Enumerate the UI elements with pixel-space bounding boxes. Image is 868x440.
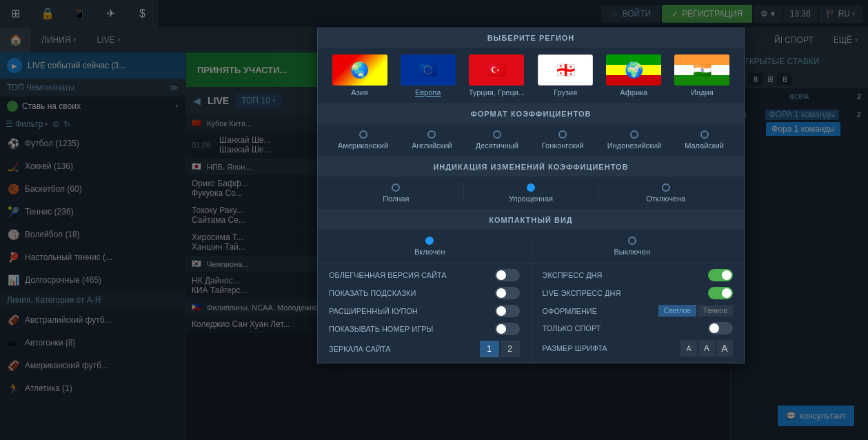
indicator-simple-label: Упрощенная — [509, 194, 553, 203]
compact-off-label: Выключен — [614, 248, 650, 256]
theme-label: ОФОРМЛЕНИЕ — [543, 307, 653, 315]
indicator-section: ИНДИКАЦИЯ ИЗМЕНЕНИЙ КОЭФФИЦИЕНТОВ Полная… — [318, 157, 744, 210]
compact-grid: Включен Выключен — [318, 230, 744, 263]
compact-on-label: Включен — [414, 248, 445, 256]
coef-title: ФОРМАТ КОЭФФИЦИЕНТОВ — [318, 104, 744, 123]
indicator-full-label: Полная — [383, 194, 409, 203]
indicator-off[interactable]: Отключена — [598, 183, 733, 203]
settings-right-col: ЭКСПРЕСС ДНЯ LIVE ЭКСПРЕСС ДНЯ ОФОРМЛЕНИ… — [532, 263, 745, 363]
africa-flag: 🌍 — [606, 54, 661, 86]
region-india[interactable]: 🇮🇳 Индия — [674, 54, 729, 97]
region-europe[interactable]: 🇪🇺 Европа — [401, 54, 456, 97]
georgia-label: Грузия — [554, 88, 577, 97]
turkey-flag: 🇹🇷 — [469, 54, 524, 86]
setting-mirrors: ЗЕРКАЛА САЙТА 1 2 — [329, 341, 520, 357]
hints-toggle[interactable] — [495, 287, 520, 299]
sport-only-toggle[interactable] — [708, 322, 733, 334]
europe-label: Европа — [415, 88, 441, 97]
coef-english-radio — [427, 130, 436, 139]
coef-section: ФОРМАТ КОЭФФИЦИЕНТОВ Американский Англий… — [318, 104, 744, 157]
express-toggle[interactable] — [708, 269, 733, 281]
express-label: ЭКСПРЕСС ДНЯ — [543, 271, 703, 279]
india-flag: 🇮🇳 — [674, 54, 729, 86]
coef-indonesian[interactable]: Индонезийский — [607, 130, 661, 150]
coef-indonesian-radio — [630, 130, 638, 139]
europe-flag: 🇪🇺 — [401, 54, 456, 86]
setting-lightweight: ОБЛЕГЧЕННАЯ ВЕРСИЯ САЙТА — [329, 269, 520, 281]
compact-section: КОМПАКТНЫЙ ВИД Включен Выключен — [318, 210, 744, 263]
font-size-label: РАЗМЕР ШРИФТА — [543, 344, 676, 352]
asia-label: Азия — [351, 88, 367, 97]
compact-off[interactable]: Выключен — [532, 237, 734, 256]
live-express-label: LIVE ЭКСПРЕСС ДНЯ — [543, 289, 703, 297]
region-africa[interactable]: 🌍 Африка — [606, 54, 661, 97]
indicator-off-radio — [662, 183, 670, 192]
settings-left-col: ОБЛЕГЧЕННАЯ ВЕРСИЯ САЙТА ПОКАЗАТЬ ПОДСКА… — [318, 263, 532, 363]
coupon-toggle[interactable] — [495, 305, 520, 317]
setting-express: ЭКСПРЕСС ДНЯ — [543, 269, 734, 281]
indicator-simple[interactable]: Упрощенная — [464, 183, 599, 203]
coef-malay-label: Малайский — [685, 141, 724, 150]
region-title: ВЫБЕРИТЕ РЕГИОН — [318, 28, 744, 48]
mirror-buttons: 1 2 — [480, 341, 520, 357]
region-georgia[interactable]: 🇬🇪 Грузия — [538, 54, 593, 97]
font-medium[interactable]: A — [698, 340, 715, 357]
turkey-label: Турция, Греци... — [469, 88, 525, 97]
coef-decimal-label: Десятичный — [476, 141, 518, 150]
theme-light[interactable]: Светлое — [658, 305, 696, 317]
coef-hongkong-label: Гонконгский — [542, 141, 584, 150]
coef-hongkong-radio — [558, 130, 567, 139]
setting-sport-only: ТОЛЬКО СПОРТ — [543, 322, 734, 334]
mirror-btn-1[interactable]: 1 — [480, 341, 499, 357]
font-large[interactable]: A — [716, 340, 733, 357]
region-grid: 🌏 Азия 🇪🇺 Европа 🇹🇷 Турция, Греци... 🇬🇪 … — [318, 48, 744, 103]
theme-buttons: Светлое Тёмное — [658, 305, 733, 317]
coef-american[interactable]: Американский — [338, 130, 388, 150]
compact-on-radio — [425, 237, 434, 245]
coef-decimal[interactable]: Десятичный — [476, 130, 518, 150]
setting-game-number: ПОКАЗЫВАТЬ НОМЕР ИГРЫ — [329, 323, 520, 335]
indicator-title: ИНДИКАЦИЯ ИЗМЕНЕНИЙ КОЭФФИЦИЕНТОВ — [318, 157, 744, 177]
coef-hongkong[interactable]: Гонконгский — [542, 130, 584, 150]
live-express-toggle[interactable] — [708, 287, 733, 299]
lightweight-toggle[interactable] — [495, 269, 520, 281]
coef-american-label: Американский — [338, 141, 388, 150]
game-number-label: ПОКАЗЫВАТЬ НОМЕР ИГРЫ — [329, 325, 489, 333]
india-label: Индия — [691, 88, 714, 97]
coupon-label: РАСШИРЕННЫЙ КУПОН — [329, 307, 489, 315]
setting-live-express: LIVE ЭКСПРЕСС ДНЯ — [543, 287, 734, 299]
africa-label: Африка — [620, 88, 647, 97]
setting-hints: ПОКАЗАТЬ ПОДСКАЗКИ — [329, 287, 520, 299]
region-turkey[interactable]: 🇹🇷 Турция, Греци... — [469, 54, 525, 97]
sport-only-label: ТОЛЬКО СПОРТ — [543, 324, 703, 332]
setting-font-size: РАЗМЕР ШРИФТА A A A — [543, 340, 734, 357]
settings-modal: ВЫБЕРИТЕ РЕГИОН 🌏 Азия 🇪🇺 Европа 🇹🇷 Турц… — [317, 28, 745, 363]
font-small[interactable]: A — [680, 340, 697, 357]
mirror-btn-2[interactable]: 2 — [501, 341, 520, 357]
font-size-buttons: A A A — [680, 340, 733, 357]
settings-rows: ОБЛЕГЧЕННАЯ ВЕРСИЯ САЙТА ПОКАЗАТЬ ПОДСКА… — [318, 263, 744, 363]
coef-format-grid: Американский Английский Десятичный Гонко… — [318, 123, 744, 157]
compact-on[interactable]: Включен — [329, 237, 532, 256]
georgia-flag: 🇬🇪 — [538, 54, 593, 86]
region-section: ВЫБЕРИТЕ РЕГИОН 🌏 Азия 🇪🇺 Европа 🇹🇷 Турц… — [318, 28, 744, 104]
indicator-full[interactable]: Полная — [329, 183, 464, 203]
coef-american-radio — [359, 130, 367, 139]
coef-malay-radio — [700, 130, 709, 139]
coef-malay[interactable]: Малайский — [685, 130, 724, 150]
setting-coupon: РАСШИРЕННЫЙ КУПОН — [329, 305, 520, 317]
coef-english[interactable]: Английский — [412, 130, 452, 150]
theme-dark[interactable]: Тёмное — [698, 305, 733, 317]
game-number-toggle[interactable] — [495, 323, 520, 335]
coef-decimal-radio — [493, 130, 501, 139]
indicator-full-radio — [392, 183, 400, 192]
mirrors-label: ЗЕРКАЛА САЙТА — [329, 345, 474, 353]
indicator-simple-radio — [527, 183, 535, 192]
compact-title: КОМПАКТНЫЙ ВИД — [318, 210, 744, 230]
coef-indonesian-label: Индонезийский — [607, 141, 661, 150]
coef-english-label: Английский — [412, 141, 452, 150]
region-asia[interactable]: 🌏 Азия — [332, 54, 387, 97]
compact-off-radio — [628, 237, 636, 245]
asia-flag: 🌏 — [332, 54, 387, 86]
hints-label: ПОКАЗАТЬ ПОДСКАЗКИ — [329, 289, 489, 297]
